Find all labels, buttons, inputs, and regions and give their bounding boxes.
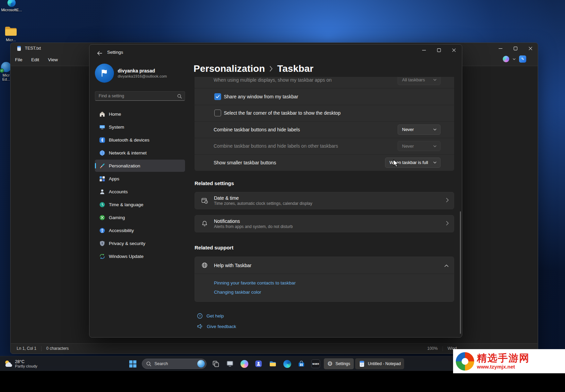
notifications-card[interactable]: Notifications Alerts from apps and syste… (195, 215, 454, 232)
notepad-tab[interactable]: TEST.txt (11, 46, 41, 51)
pinned-app-button[interactable] (223, 357, 237, 371)
help-card-header[interactable]: Help with Taskbar (195, 257, 454, 274)
notepad-taskbar-button[interactable]: Untitled - Notepad (355, 358, 404, 369)
settings-search-box (95, 91, 185, 101)
desktop-icon-folder[interactable]: Micr... (0, 26, 22, 42)
back-button[interactable] (94, 49, 104, 57)
m365-button[interactable]: M365 (309, 357, 322, 371)
search-highlight-icon[interactable] (197, 360, 205, 368)
chevron-right-icon (446, 198, 449, 203)
search-input[interactable] (95, 92, 173, 100)
setting-row-far-corner: Select the far corner of the taskbar to … (195, 105, 454, 121)
get-help-link[interactable]: ? Get help (197, 313, 224, 319)
task-view-icon (212, 360, 219, 368)
help-link-taskbar-color[interactable]: Changing taskbar color (214, 288, 454, 297)
setting-label: Combine taskbar buttons and hide labels … (214, 143, 338, 149)
settings-window: Settings divyanka prasad divyanka1916@ou… (89, 44, 462, 338)
combine-buttons-dropdown[interactable]: Never (398, 125, 441, 135)
account-summary[interactable]: divyanka prasad divyanka1916@outlook.com (95, 64, 167, 83)
copilot-icon[interactable] (503, 56, 509, 62)
sidebar-item-gaming[interactable]: Gaming (95, 211, 185, 224)
date-time-icon (201, 197, 208, 204)
copilot-button[interactable] (237, 357, 251, 371)
m365-icon: M365 (311, 359, 320, 368)
scrollbar[interactable] (460, 211, 461, 334)
setting-row-combine-other-taskbars: Combine taskbar buttons and hide labels … (195, 138, 454, 154)
combine-other-taskbars-dropdown: Never (398, 141, 441, 151)
home-icon (99, 111, 105, 117)
settings-close-button[interactable] (446, 45, 461, 55)
sidebar-item-windows-update[interactable]: Windows Update (95, 250, 185, 262)
notepad-close-button[interactable] (523, 43, 538, 54)
desktop-icon-label: MicrosoftE... (1, 8, 22, 12)
status-character-count: 0 characters (41, 346, 73, 351)
help-link-pinning-contacts[interactable]: Pinning your favorite contacts to taskba… (214, 278, 454, 288)
folder-icon (4, 26, 17, 37)
network-icon (99, 150, 105, 156)
help-with-taskbar-card: Help with Taskbar Pinning your favorite … (195, 257, 454, 302)
give-feedback-icon (197, 324, 203, 329)
menu-edit[interactable]: Edit (27, 55, 44, 64)
task-view-button[interactable] (209, 357, 222, 371)
search-label: Search (154, 361, 194, 366)
edge-button[interactable] (280, 357, 294, 371)
get-help-label: Get help (206, 313, 224, 318)
settings-gear-icon: ⚙ (327, 361, 333, 367)
far-corner-checkbox[interactable] (214, 110, 221, 116)
notepad-minimize-button[interactable] (493, 43, 508, 54)
chevron-down-icon[interactable] (513, 58, 516, 60)
sidebar-item-accounts[interactable]: Accounts (95, 185, 185, 198)
give-feedback-link[interactable]: Give feedback (197, 324, 236, 329)
file-explorer-icon (269, 360, 277, 368)
dropdown-value: All taskbars (402, 77, 425, 82)
file-explorer-button[interactable] (266, 357, 280, 371)
menu-file[interactable]: File (11, 55, 27, 64)
start-button[interactable] (126, 357, 139, 371)
sidebar-item-accessibility[interactable]: Accessibility (95, 224, 185, 236)
user-email: divyanka1916@outlook.com (118, 74, 167, 79)
notepad-maximize-button[interactable] (508, 43, 523, 54)
settings-taskbar-button[interactable]: ⚙ Settings (324, 358, 354, 369)
sidebar-item-system[interactable]: System (95, 121, 185, 133)
widgets-weather-button[interactable]: 28°C Partly cloudy (1, 357, 40, 371)
share-window-checkbox[interactable] (214, 93, 221, 100)
chevron-right-icon (446, 221, 449, 227)
sidebar-item-personalization[interactable]: Personalization (95, 160, 185, 172)
edge-icon (283, 360, 291, 368)
chevron-up-icon[interactable] (444, 263, 449, 268)
sidebar-item-bluetooth-devices[interactable]: Bluetooth & devices (95, 134, 185, 146)
breadcrumb-personalization[interactable]: Personalization (194, 63, 265, 74)
notepad-account-icon[interactable]: ✎ (519, 55, 526, 63)
desktop-icon-edge[interactable]: MicrosoftE... (1, 0, 22, 12)
sidebar-item-network-internet[interactable]: Network & internet (95, 147, 185, 159)
watermark-logo-icon (456, 352, 474, 371)
date-time-card[interactable]: Date & time Time zones, automatic clock … (195, 192, 454, 209)
store-button[interactable] (295, 357, 308, 371)
multiple-displays-dropdown: All taskbars (398, 77, 441, 85)
settings-maximize-button[interactable] (431, 45, 446, 55)
help-card-title: Help with Taskbar (214, 263, 251, 268)
partly-cloudy-icon (4, 360, 13, 368)
chevron-down-icon (433, 161, 437, 164)
sidebar-item-apps[interactable]: Apps (95, 173, 185, 185)
desktop-icon-label: Ed... (2, 77, 10, 81)
sidebar-item-privacy-security[interactable]: Privacy & security (95, 237, 185, 249)
chat-icon (255, 360, 262, 368)
taskbar-search-box[interactable]: Search (142, 359, 206, 369)
time-language-icon (99, 201, 105, 208)
personalization-icon (99, 163, 105, 169)
system-icon (99, 124, 105, 130)
chat-button[interactable] (252, 357, 265, 371)
apps-icon (99, 176, 105, 182)
search-icon (177, 94, 182, 100)
settings-titlebar: Settings (89, 45, 462, 61)
sidebar-item-time-language[interactable]: Time & language (95, 198, 185, 211)
breadcrumb: Personalization Taskbar (194, 63, 314, 74)
settings-minimize-button[interactable] (416, 45, 431, 55)
get-help-icon: ? (197, 313, 203, 319)
accounts-icon (99, 189, 105, 195)
check-badge-icon: ✓ (0, 68, 4, 73)
store-icon (298, 360, 305, 368)
menu-view[interactable]: View (44, 55, 62, 64)
sidebar-item-home[interactable]: Home (95, 108, 185, 120)
